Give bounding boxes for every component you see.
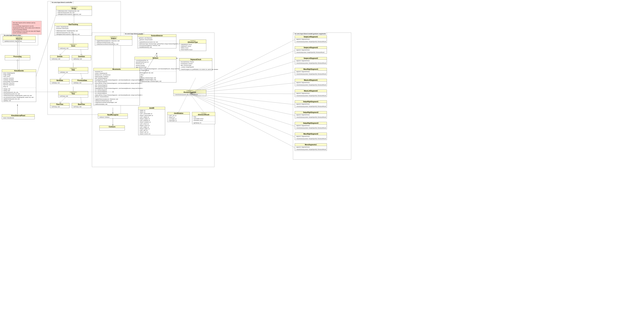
swiperrightseg1-members: + checkGesture(context: SimpleOpenNI): E…: [295, 105, 327, 108]
swipeleftseg1-name: SwipeLeftSegment1: [296, 36, 326, 38]
swipeleftseg3-members: + checkGesture(context: SimpleOpenNI): E…: [295, 62, 327, 64]
gesturedetector-header: GestureDetector: [138, 34, 176, 37]
waverightseg1-header: WaveRightSegment1: [295, 68, 327, 70]
class-starttracking: StartTracking - context: SimpleOpenNI - …: [54, 23, 92, 35]
class-swiperrightseg3: SwipeRightSegment3 - segment: SegmentChe…: [295, 122, 327, 129]
swipeleftseg2-members: + checkGest(context: SimpleOpenNI): EGes…: [295, 51, 327, 53]
class-jointid: JointID + HEAD: int + NECK: int + LEFT_S…: [138, 107, 165, 135]
zoomout-members: + setZoom(): void: [72, 58, 91, 60]
igesturesegment-members: + checkGesture(userId: int): EGestureRes…: [174, 93, 206, 96]
class-time: <<interface>> Time + setTime(): void: [58, 91, 88, 97]
class-passtime: PassTime + setTime(): void: [50, 103, 70, 108]
starttracking-fields: - context: SimpleOpenNI - movement: Move…: [55, 26, 92, 30]
egesturetype-header: <<enum>> EGestureType: [180, 40, 206, 43]
starttracking-name: StartTracking: [55, 23, 91, 25]
egestureresult-members: + getValue(): int: [192, 122, 215, 124]
egesturetype-stereotype: <<enum>>: [180, 40, 206, 41]
passtime-header: PassTime: [50, 103, 69, 106]
handrecognize-fields: - contours: Contours: [98, 116, 128, 118]
class-backtime: BackTime + setTime(): void: [72, 103, 91, 108]
swiperrightseg1-fields: - segment: SegmentCheck: [295, 103, 327, 105]
nextdata-name: NextData: [51, 80, 69, 81]
movements-header: Movements: [94, 68, 140, 70]
handrecognize-header: HandRecognize: [98, 114, 128, 116]
waverightseg2-name: WaveRightSegment2: [296, 133, 326, 135]
starttracking-header: StartTracking: [55, 23, 92, 26]
waverightseg2-header: WaveRightSegment2: [295, 133, 327, 135]
waveleftseg2-name: WaveLeftSegment2: [296, 90, 326, 92]
class-swipeleftseg1: SwipeLeftSegment1 - segment: SegmentChec…: [295, 35, 327, 43]
contours-name: Contours: [100, 126, 124, 128]
waveleftseg1-header: WaveLeftSegment1: [295, 79, 327, 81]
segmentcheck-name: SegmentCheck: [180, 59, 212, 60]
movements-fields: - movement: int - context: SimpleOpenNI …: [94, 70, 140, 98]
backtime-members: + setTime(): void: [72, 106, 91, 108]
waverightseg1-members: + checkGesture(context: SimpleOpenNI): E…: [295, 73, 327, 75]
class-zoomout: ZoomOut + setZoom(): void: [72, 55, 91, 60]
swiperrightseg3-fields: - segment: SegmentCheck: [295, 124, 327, 127]
class-egestureresult: <<enum>> EGestureResult + FAIL + SUCCEED…: [192, 112, 215, 124]
swiperrightseg1-name: SwipeRightSegment1: [296, 101, 326, 102]
jointid-name: JointID: [139, 107, 164, 109]
zoom-name: Zoom: [59, 45, 88, 47]
class-gesturedetector: GestureDetector - gestures: List<Observe…: [138, 34, 176, 48]
backtime-name: BackTime: [72, 103, 90, 105]
menusegments1-header: MenuSegments1: [295, 144, 327, 146]
class-bridge-header: <<interface>> Bridge: [56, 6, 92, 10]
swiperrightseg1-header: SwipeRightSegment1: [295, 100, 327, 103]
swipeleftseg2-name: SwipeLeftSegment2: [296, 47, 326, 48]
class-igesturesegment: <<interface>> IGestureSegment + checkGes…: [173, 90, 206, 96]
swipeleftseg1-members: + checkGesture(context: SimpleOpenNI): E…: [295, 40, 327, 43]
class-egesturetype: <<enum>> EGestureType + WAVERIGHT: Enum …: [179, 39, 206, 51]
menusegments1-name: MenuSegments1: [296, 144, 326, 145]
subject-header: <<interface>> Subject: [95, 36, 132, 40]
swiperrightseg3-header: SwipeRightSegment3: [295, 122, 327, 124]
note-box: This class imports all the methods used …: [12, 21, 42, 35]
jointrelation-fields: + LEFT_OF: int + RIGHT: int + OUTSIDE: i…: [168, 115, 190, 122]
zoomout-name: ZoomOut: [72, 56, 90, 57]
swiperrightseg3-members: + checkGesture(context: SimpleOpenNI): E…: [295, 127, 327, 129]
egestureresult-stereotype: <<enum>>: [193, 112, 214, 114]
data-name: Data: [59, 69, 88, 71]
swiperrightseg2-members: + checkGesture(context: SimpleOpenNI): E…: [295, 116, 327, 118]
class-observer: <<interface>> Observer + update(movement…: [3, 36, 36, 42]
bridge-members: + initModule(context: SimpleOpenNI): voi…: [56, 10, 92, 15]
package-segments-label: br.com.inpe.kinect.model.gesture.segment…: [294, 32, 327, 35]
swiperrightseg2-fields: - segment: SegmentCheck: [295, 114, 327, 116]
jointrelation-header: JointRelation: [168, 112, 190, 115]
class-zoomin: ZoomIn + setZoom(): void: [50, 55, 70, 60]
zoom-stereotype: <<interface>>: [59, 44, 88, 45]
bridge-stereotype: <<interface>>: [57, 6, 91, 8]
swipeleftseg3-name: SwipeLeftSegment3: [296, 57, 326, 59]
time-header: <<interface>> Time: [58, 91, 88, 95]
class-waveleftseg1: WaveLeftSegment1 - segment: SegmentCheck…: [295, 79, 327, 86]
nextdata-members: + setData(): void: [50, 82, 69, 84]
waveleftseg1-fields: - segment: SegmentCheck: [295, 81, 327, 84]
processing-name: Processing: [6, 56, 30, 57]
gesture-members: + updateGesture(userId: int): void + res…: [135, 72, 176, 82]
passtime-members: + setTime(): void: [50, 106, 69, 108]
kinectevents-name: KinectEvents: [2, 70, 36, 71]
bridge-name: Bridge: [57, 8, 91, 9]
class-swipeleftseg2: SwipeLeftSegment2 - segment: SegmentChec…: [295, 46, 327, 54]
swiperrightseg2-header: SwipeRightSegment2: [295, 111, 327, 114]
segmentcheck-members: + checkFrom(joint: int, jointRelation: i…: [180, 68, 212, 70]
zoomin-members: + setZoom(): void: [50, 58, 69, 60]
igesturesegment-name: IGestureSegment: [174, 91, 206, 93]
waveleftseg2-members: + checkGesture(context: SimpleOpenNI): E…: [295, 95, 327, 97]
jointid-fields: + HEAD: int + NECK: int + LEFT_SHOULDER:…: [138, 109, 165, 135]
handrecognize-name: HandRecognize: [99, 114, 127, 116]
time-name: Time: [59, 93, 88, 95]
gesturedetector-members: + updateAllGesturesUserId: int): void + …: [138, 41, 176, 48]
gesture-fields: - currentGesturePart: int - pausedFrameC…: [135, 59, 176, 72]
waverightseg2-fields: - segment: SegmentCheck: [295, 135, 327, 138]
class-swiperrightseg1: SwipeRightSegment1 - segment: SegmentChe…: [295, 100, 327, 108]
movements-name: Movements: [94, 68, 139, 70]
observer-stereotype: <<interface>>: [4, 37, 35, 38]
swipeleftseg3-fields: - segment: SegmentCheck: [295, 60, 327, 62]
egesturetype-name: EGestureType: [180, 41, 206, 43]
subject-members: + registerObserver(observer: Observer): …: [95, 40, 132, 45]
gesturedetector-fields: - gestures: List<Observer> - _gestures: …: [138, 37, 176, 41]
class-kinectinternalpanel: KinectInternalPanel - kinect: KinectEven…: [2, 114, 35, 119]
data-stereotype: <<interface>>: [59, 68, 88, 69]
